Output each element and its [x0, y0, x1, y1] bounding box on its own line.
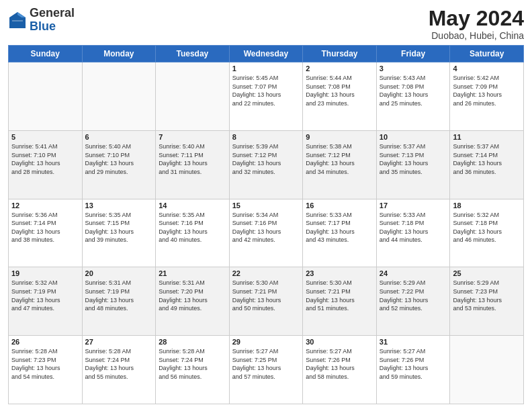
- calendar-day-cell: [156, 62, 230, 131]
- day-info: Sunrise: 5:34 AM Sunset: 7:16 PM Dayligh…: [232, 211, 300, 244]
- day-info: Sunrise: 5:32 AM Sunset: 7:19 PM Dayligh…: [11, 279, 79, 312]
- day-info: Sunrise: 5:30 AM Sunset: 7:21 PM Dayligh…: [232, 279, 300, 312]
- calendar-day-cell: 18Sunrise: 5:32 AM Sunset: 7:18 PM Dayli…: [450, 199, 524, 267]
- day-number: 4: [453, 64, 521, 73]
- calendar-day-cell: [9, 62, 83, 131]
- calendar: SundayMondayTuesdayWednesdayThursdayFrid…: [8, 45, 524, 404]
- calendar-day-cell: 1Sunrise: 5:45 AM Sunset: 7:07 PM Daylig…: [229, 62, 303, 131]
- day-info: Sunrise: 5:29 AM Sunset: 7:22 PM Dayligh…: [380, 279, 447, 312]
- calendar-day-cell: 27Sunrise: 5:28 AM Sunset: 7:24 PM Dayli…: [82, 336, 156, 404]
- calendar-week-row: 12Sunrise: 5:36 AM Sunset: 7:14 PM Dayli…: [9, 199, 524, 267]
- day-info: Sunrise: 5:32 AM Sunset: 7:18 PM Dayligh…: [453, 211, 521, 244]
- day-info: Sunrise: 5:28 AM Sunset: 7:23 PM Dayligh…: [11, 347, 79, 381]
- calendar-day-cell: 31Sunrise: 5:27 AM Sunset: 7:26 PM Dayli…: [376, 336, 450, 404]
- calendar-day-header: Monday: [82, 46, 156, 62]
- day-number: 14: [159, 201, 226, 210]
- day-info: Sunrise: 5:40 AM Sunset: 7:11 PM Dayligh…: [159, 142, 226, 176]
- calendar-day-cell: 26Sunrise: 5:28 AM Sunset: 7:23 PM Dayli…: [9, 336, 83, 404]
- title-block: May 2024 Duobao, Hubei, China: [429, 7, 524, 41]
- day-number: 20: [85, 269, 153, 277]
- svg-rect-2: [12, 20, 23, 21]
- day-number: 21: [159, 269, 226, 277]
- day-number: 26: [11, 338, 79, 346]
- calendar-day-cell: 25Sunrise: 5:29 AM Sunset: 7:23 PM Dayli…: [450, 267, 524, 336]
- day-number: 17: [380, 201, 447, 210]
- calendar-day-cell: 15Sunrise: 5:34 AM Sunset: 7:16 PM Dayli…: [229, 199, 303, 267]
- day-number: 29: [232, 338, 300, 346]
- day-info: Sunrise: 5:31 AM Sunset: 7:19 PM Dayligh…: [85, 279, 153, 312]
- day-number: 13: [85, 201, 153, 210]
- day-number: 23: [306, 269, 373, 277]
- calendar-day-header: Sunday: [9, 46, 83, 62]
- calendar-day-header: Friday: [376, 46, 450, 62]
- calendar-day-cell: 24Sunrise: 5:29 AM Sunset: 7:22 PM Dayli…: [376, 267, 450, 336]
- day-number: 11: [453, 133, 521, 141]
- calendar-day-cell: 10Sunrise: 5:37 AM Sunset: 7:13 PM Dayli…: [376, 130, 450, 199]
- day-info: Sunrise: 5:28 AM Sunset: 7:24 PM Dayligh…: [85, 347, 153, 381]
- header: General Blue May 2024 Duobao, Hubei, Chi…: [8, 7, 524, 41]
- day-info: Sunrise: 5:36 AM Sunset: 7:14 PM Dayligh…: [11, 211, 79, 244]
- day-info: Sunrise: 5:37 AM Sunset: 7:14 PM Dayligh…: [453, 142, 521, 176]
- logo-blue: Blue: [30, 19, 56, 33]
- calendar-day-cell: 21Sunrise: 5:31 AM Sunset: 7:20 PM Dayli…: [156, 267, 230, 336]
- logo-general: General: [30, 6, 75, 19]
- calendar-header-row: SundayMondayTuesdayWednesdayThursdayFrid…: [9, 46, 524, 62]
- day-info: Sunrise: 5:35 AM Sunset: 7:15 PM Dayligh…: [85, 211, 153, 244]
- calendar-day-cell: 29Sunrise: 5:27 AM Sunset: 7:25 PM Dayli…: [229, 336, 303, 404]
- calendar-week-row: 19Sunrise: 5:32 AM Sunset: 7:19 PM Dayli…: [9, 267, 524, 336]
- day-number: 25: [453, 269, 521, 277]
- day-number: 28: [159, 338, 226, 346]
- day-info: Sunrise: 5:43 AM Sunset: 7:08 PM Dayligh…: [380, 74, 447, 107]
- calendar-day-cell: 2Sunrise: 5:44 AM Sunset: 7:08 PM Daylig…: [303, 62, 377, 131]
- location: Duobao, Hubei, China: [429, 30, 524, 41]
- day-number: 24: [380, 269, 447, 277]
- day-info: Sunrise: 5:37 AM Sunset: 7:13 PM Dayligh…: [380, 142, 447, 176]
- day-info: Sunrise: 5:45 AM Sunset: 7:07 PM Dayligh…: [232, 74, 300, 107]
- calendar-day-cell: 14Sunrise: 5:35 AM Sunset: 7:16 PM Dayli…: [156, 199, 230, 267]
- day-info: Sunrise: 5:27 AM Sunset: 7:26 PM Dayligh…: [306, 347, 373, 381]
- day-info: Sunrise: 5:27 AM Sunset: 7:26 PM Dayligh…: [380, 347, 447, 381]
- calendar-day-cell: 28Sunrise: 5:28 AM Sunset: 7:24 PM Dayli…: [156, 336, 230, 404]
- day-info: Sunrise: 5:41 AM Sunset: 7:10 PM Dayligh…: [11, 142, 79, 176]
- day-info: Sunrise: 5:33 AM Sunset: 7:17 PM Dayligh…: [306, 211, 373, 244]
- calendar-day-cell: 8Sunrise: 5:39 AM Sunset: 7:12 PM Daylig…: [229, 130, 303, 199]
- day-number: 9: [306, 133, 373, 141]
- day-info: Sunrise: 5:33 AM Sunset: 7:18 PM Dayligh…: [380, 211, 447, 244]
- day-info: Sunrise: 5:39 AM Sunset: 7:12 PM Dayligh…: [232, 142, 300, 176]
- calendar-day-header: Tuesday: [156, 46, 230, 62]
- day-number: 8: [232, 133, 300, 141]
- calendar-day-header: Wednesday: [229, 46, 303, 62]
- calendar-day-cell: 5Sunrise: 5:41 AM Sunset: 7:10 PM Daylig…: [9, 130, 83, 199]
- day-info: Sunrise: 5:35 AM Sunset: 7:16 PM Dayligh…: [159, 211, 226, 244]
- day-number: 7: [159, 133, 226, 141]
- logo-icon: [8, 11, 27, 30]
- day-number: 6: [85, 133, 153, 141]
- calendar-day-cell: 23Sunrise: 5:30 AM Sunset: 7:21 PM Dayli…: [303, 267, 377, 336]
- calendar-day-cell: 30Sunrise: 5:27 AM Sunset: 7:26 PM Dayli…: [303, 336, 377, 404]
- calendar-day-cell: 16Sunrise: 5:33 AM Sunset: 7:17 PM Dayli…: [303, 199, 377, 267]
- calendar-day-cell: 22Sunrise: 5:30 AM Sunset: 7:21 PM Dayli…: [229, 267, 303, 336]
- calendar-day-cell: 9Sunrise: 5:38 AM Sunset: 7:12 PM Daylig…: [303, 130, 377, 199]
- day-info: Sunrise: 5:42 AM Sunset: 7:09 PM Dayligh…: [453, 74, 521, 107]
- calendar-day-header: Saturday: [450, 46, 524, 62]
- day-number: 15: [232, 201, 300, 210]
- logo-text: General Blue: [30, 7, 75, 34]
- calendar-day-cell: 6Sunrise: 5:40 AM Sunset: 7:10 PM Daylig…: [82, 130, 156, 199]
- day-number: 31: [380, 338, 447, 346]
- calendar-day-cell: [82, 62, 156, 131]
- day-info: Sunrise: 5:29 AM Sunset: 7:23 PM Dayligh…: [453, 279, 521, 312]
- day-number: 27: [85, 338, 153, 346]
- day-number: 3: [380, 64, 447, 73]
- day-number: 5: [11, 133, 79, 141]
- calendar-day-cell: 11Sunrise: 5:37 AM Sunset: 7:14 PM Dayli…: [450, 130, 524, 199]
- calendar-day-cell: 17Sunrise: 5:33 AM Sunset: 7:18 PM Dayli…: [376, 199, 450, 267]
- day-number: 19: [11, 269, 79, 277]
- month-year: May 2024: [429, 7, 524, 30]
- calendar-day-cell: 12Sunrise: 5:36 AM Sunset: 7:14 PM Dayli…: [9, 199, 83, 267]
- calendar-week-row: 1Sunrise: 5:45 AM Sunset: 7:07 PM Daylig…: [9, 62, 524, 131]
- day-info: Sunrise: 5:31 AM Sunset: 7:20 PM Dayligh…: [159, 279, 226, 312]
- calendar-day-cell: 7Sunrise: 5:40 AM Sunset: 7:11 PM Daylig…: [156, 130, 230, 199]
- logo: General Blue: [8, 7, 75, 34]
- calendar-day-cell: 3Sunrise: 5:43 AM Sunset: 7:08 PM Daylig…: [376, 62, 450, 131]
- calendar-day-header: Thursday: [303, 46, 377, 62]
